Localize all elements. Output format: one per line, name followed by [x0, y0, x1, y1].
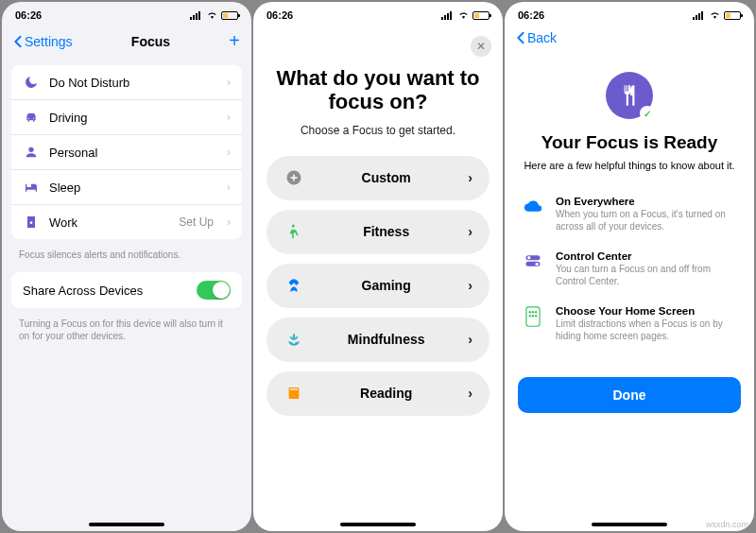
status-bar: 06:26	[253, 2, 503, 25]
person-icon	[23, 144, 40, 161]
focus-row-work[interactable]: Work Set Up ›	[11, 205, 242, 239]
done-button[interactable]: Done	[518, 377, 741, 413]
chevron-right-icon: ›	[468, 278, 472, 293]
list-caption: Focus silences alerts and notifications.	[2, 245, 251, 266]
nav-bar: Settings Focus +	[2, 25, 251, 60]
status-bar: 06:26	[2, 2, 251, 25]
back-label: Back	[527, 30, 557, 45]
svg-point-4	[527, 256, 530, 259]
chevron-right-icon: ›	[227, 111, 231, 124]
svg-point-8	[529, 311, 531, 313]
wifi-icon	[709, 10, 721, 20]
apps-grid-icon	[522, 305, 544, 343]
row-label: Driving	[49, 111, 87, 125]
chevron-right-icon: ›	[468, 224, 472, 239]
done-label: Done	[613, 387, 646, 403]
focus-row-driving[interactable]: Driving ›	[11, 100, 242, 135]
option-reading[interactable]: Reading ›	[266, 371, 490, 416]
row-label: Work	[49, 215, 77, 230]
focus-ready-screen: 06:26 Back ✓ Your Focus is Ready Here ar…	[505, 2, 754, 531]
status-icons	[190, 10, 238, 20]
share-toggle[interactable]	[197, 281, 231, 300]
chevron-right-icon: ›	[227, 215, 231, 229]
svg-rect-2	[290, 388, 298, 389]
status-time: 06:26	[15, 9, 42, 21]
back-button[interactable]: Back	[516, 30, 743, 45]
nav-bar: Back	[505, 25, 754, 45]
svg-point-11	[529, 315, 531, 317]
car-icon	[23, 109, 40, 126]
hero-sub: Here are a few helpful things to know ab…	[524, 159, 735, 173]
status-bar: 06:26	[505, 2, 754, 25]
header: What do you want to focus on? Choose a F…	[253, 25, 503, 143]
option-label: Custom	[304, 170, 468, 185]
feature-title: Control Center	[556, 250, 737, 262]
battery-icon	[472, 11, 490, 20]
moon-icon	[23, 74, 40, 91]
option-custom[interactable]: Custom ›	[266, 156, 490, 200]
feature-body: You can turn a Focus on and off from Con…	[556, 263, 737, 288]
chevron-left-icon	[13, 35, 23, 48]
row-label: Do Not Disturb	[49, 76, 129, 90]
wifi-icon	[206, 10, 218, 20]
close-button[interactable]: ✕	[471, 36, 491, 57]
feature-title: Choose Your Home Screen	[556, 305, 737, 317]
option-label: Fitness	[304, 224, 468, 239]
lotus-icon	[284, 331, 304, 348]
features-list: On Everywhere When you turn on a Focus, …	[505, 173, 754, 343]
choose-focus-screen: 06:26 ✕ What do you want to focus on? Ch…	[253, 2, 503, 531]
svg-point-10	[535, 311, 537, 313]
share-caption: Turning a Focus on for this device will …	[2, 314, 251, 348]
svg-point-12	[532, 315, 534, 317]
status-time: 06:26	[518, 9, 544, 21]
row-label: Personal	[49, 146, 97, 160]
focus-row-personal[interactable]: Personal ›	[11, 135, 242, 170]
chevron-right-icon: ›	[227, 76, 231, 89]
chevron-right-icon: ›	[227, 181, 231, 194]
battery-icon	[724, 11, 741, 20]
feature-everywhere: On Everywhere When you turn on a Focus, …	[522, 196, 737, 233]
focus-badge: ✓	[606, 72, 653, 119]
focus-row-sleep[interactable]: Sleep ›	[11, 170, 242, 205]
back-button[interactable]: Settings	[13, 34, 73, 49]
signal-icon	[693, 11, 706, 20]
option-label: Gaming	[304, 278, 468, 293]
bed-icon	[23, 179, 40, 196]
header-title: What do you want to focus on?	[272, 66, 484, 114]
option-fitness[interactable]: Fitness ›	[266, 210, 490, 254]
chevron-right-icon: ›	[227, 146, 231, 159]
watermark: wsxdn.com	[706, 520, 748, 529]
chevron-right-icon: ›	[468, 386, 472, 401]
option-mindfulness[interactable]: Mindfulness ›	[266, 318, 490, 362]
add-focus-button[interactable]: +	[229, 30, 240, 52]
chevron-right-icon: ›	[468, 332, 472, 347]
book-icon	[284, 386, 304, 401]
rocket-icon	[284, 278, 304, 293]
focus-settings-screen: 06:26 Settings Focus + Do Not Disturb › …	[2, 2, 251, 531]
check-badge-icon: ✓	[640, 106, 655, 121]
svg-point-6	[536, 263, 539, 266]
page-title: Focus	[131, 34, 170, 49]
focus-row-dnd[interactable]: Do Not Disturb ›	[11, 65, 242, 100]
feature-title: On Everywhere	[556, 196, 737, 207]
focus-list: Do Not Disturb › Driving › Personal › Sl…	[11, 65, 242, 239]
toggle-icon	[522, 250, 544, 288]
row-trailing: Set Up	[179, 215, 214, 229]
back-label: Settings	[25, 34, 73, 49]
svg-point-13	[535, 315, 537, 317]
home-indicator[interactable]	[592, 523, 667, 526]
signal-icon	[190, 11, 203, 20]
share-label: Share Across Devices	[23, 284, 143, 298]
status-icons	[693, 10, 741, 20]
home-indicator[interactable]	[89, 523, 164, 526]
fitness-icon	[284, 223, 304, 240]
battery-icon	[221, 11, 238, 20]
badge-icon	[23, 214, 40, 231]
cloud-icon	[522, 196, 544, 233]
option-gaming[interactable]: Gaming ›	[266, 264, 490, 308]
option-label: Reading	[304, 386, 468, 401]
home-indicator[interactable]	[340, 523, 416, 526]
share-devices-row[interactable]: Share Across Devices	[11, 272, 242, 308]
hero: ✓ Your Focus is Ready Here are a few hel…	[505, 45, 754, 173]
feature-body: Limit distractions when a Focus is on by…	[556, 318, 737, 343]
